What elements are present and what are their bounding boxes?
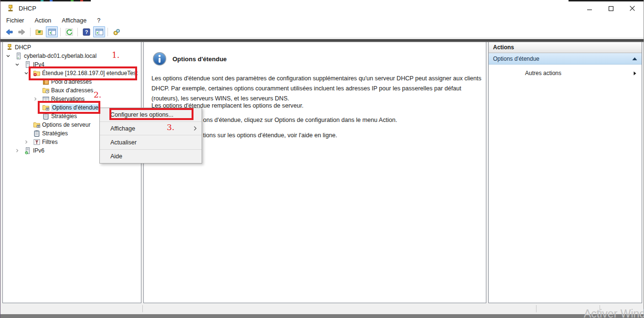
dhcp-root-icon [6, 44, 13, 51]
details-heading: Options d'étendue [172, 55, 227, 63]
annotation-box-2 [38, 101, 100, 114]
tree-item-label: DHCP [15, 44, 31, 51]
context-menu-item-label: Aide [110, 153, 122, 160]
menu-fichier[interactable]: Fichier [1, 16, 30, 25]
menu-action[interactable]: Action [30, 16, 57, 25]
context-menu-item-label: Actualiser [110, 139, 137, 146]
refresh-button[interactable] [63, 26, 75, 37]
info-icon [152, 52, 167, 66]
back-button[interactable] [3, 26, 15, 37]
annotation-number-1: 1. [112, 50, 119, 60]
export-list-button[interactable] [33, 26, 45, 37]
tree-item-label: cyberlab-dc01.cyberlab.local [24, 53, 97, 59]
menu-bar: Fichier Action Affichage ? [0, 15, 644, 26]
chevron-up-icon[interactable] [632, 57, 637, 61]
console-tree-pane: DHCP cyberlab-dc01.cyberlab.local IPv4 É… [2, 42, 141, 303]
tree-item-label: Options de serveur [42, 121, 90, 128]
maximize-icon [608, 6, 614, 11]
show-console-tree-button[interactable] [46, 26, 58, 37]
window-border-left [0, 0, 0, 318]
toolbar-separator [60, 28, 61, 36]
server-options-icon [33, 121, 41, 129]
server-icon [15, 52, 22, 60]
ipv6-server-icon [24, 147, 32, 154]
toolbar-separator [30, 28, 31, 36]
menu-aide[interactable]: ? [92, 16, 106, 25]
annotation-number-2: 2. [94, 90, 101, 99]
activate-windows-watermark: Activer Windows [584, 307, 644, 318]
policies-icon [33, 130, 41, 137]
details-paragraph-3-visible-fragment: ons d'étendue, cliquez sur Options de co… [203, 117, 397, 123]
actions-pane-header: Actions [489, 42, 642, 53]
properties-button[interactable] [110, 26, 122, 37]
chevron-expanded-icon[interactable] [15, 60, 24, 69]
actions-item-label: Autres actions [525, 70, 561, 77]
export-list-icon [35, 28, 43, 36]
title-bar: DHCP [0, 1, 644, 15]
filters-icon [33, 138, 41, 146]
submenu-arrow-icon [633, 71, 636, 76]
chevron-expanded-icon[interactable] [6, 52, 15, 60]
dhcp-console-icon [6, 4, 15, 13]
dhcp-console-window: DHCP Fichier Action Affichage ? [0, 0, 644, 318]
tree-item-dhcp[interactable]: DHCP [3, 43, 141, 52]
actions-item-autres-actions[interactable]: Autres actions [489, 67, 642, 79]
tree-item-baux[interactable]: Baux d'adresses [3, 86, 141, 95]
annotation-box-1 [29, 66, 137, 80]
tree-item-server[interactable]: cyberlab-dc01.cyberlab.local [3, 52, 141, 60]
background-window-sliver-right [569, 0, 644, 1]
details-paragraph-4-visible-fragment: tions sur les options d'étendue, voir l'… [203, 132, 337, 139]
window-title: DHCP [19, 5, 36, 12]
svg-text:?: ? [85, 29, 88, 35]
show-action-pane-icon [95, 28, 104, 36]
status-bar-separator [142, 305, 143, 312]
toolbar-separator [107, 28, 108, 36]
help-button[interactable]: ? [80, 26, 92, 37]
details-pane: Options d'étendue Les options d'étendue … [143, 42, 486, 303]
background-window-sliver-left [0, 0, 91, 1]
chevron-collapsed-icon[interactable] [15, 146, 24, 155]
close-icon [629, 5, 635, 11]
show-console-tree-icon [48, 28, 56, 36]
tree-item-label: Filtres [42, 139, 58, 145]
tree-item-label: IPv6 [33, 147, 44, 154]
window-border-bottom [0, 314, 644, 318]
context-menu-item-actualiser[interactable]: Actualiser [100, 135, 202, 149]
annotation-number-3: 3. [167, 122, 174, 132]
status-bar-separator [536, 305, 537, 312]
toolbar-separator [77, 28, 78, 36]
toolbar: ? [0, 26, 644, 38]
minimize-icon [587, 6, 592, 11]
context-menu-item-aide[interactable]: Aide [100, 150, 202, 163]
tree-item-label: Stratégies [51, 113, 77, 120]
show-action-pane-button[interactable] [93, 26, 105, 37]
chevron-collapsed-icon[interactable] [24, 138, 33, 146]
properties-icon [112, 28, 121, 36]
forward-icon [18, 28, 26, 36]
minimize-button[interactable] [579, 1, 600, 15]
tree-item-label: Stratégies [42, 130, 68, 137]
close-button[interactable] [622, 1, 643, 15]
actions-group-options-etendue[interactable]: Options d'étendue [489, 53, 642, 65]
forward-button[interactable] [16, 26, 28, 37]
details-paragraph-1: Les options d'étendue sont des paramètre… [151, 74, 485, 104]
refresh-icon [65, 28, 74, 36]
context-menu-item-affichage[interactable]: Affichage [100, 122, 202, 135]
submenu-chevron-icon [193, 126, 197, 131]
leases-folder-icon [42, 87, 50, 94]
actions-pane: Actions Options d'étendue Autres actions [488, 42, 642, 303]
help-icon: ? [82, 28, 91, 36]
context-menu-item-label: Affichage [110, 125, 135, 132]
maximize-button[interactable] [600, 1, 622, 15]
tree-item-label: Baux d'adresses [51, 87, 93, 94]
annotation-box-3 [109, 108, 193, 120]
back-icon [5, 28, 13, 36]
status-bar [0, 303, 644, 314]
menu-affichage[interactable]: Affichage [56, 16, 92, 25]
actions-group-title: Options d'étendue [493, 55, 539, 62]
